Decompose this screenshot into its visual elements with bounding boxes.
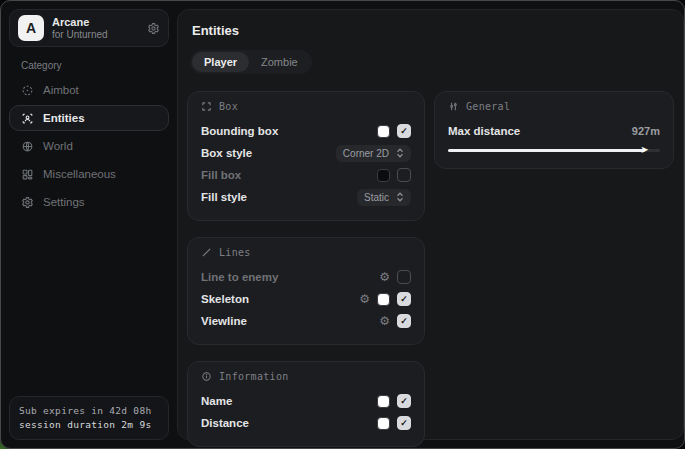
information-card: Information Name ✓ Distance ✓	[187, 361, 425, 447]
app-title: Arcane	[52, 16, 139, 29]
max-distance-row: Max distance 927m	[448, 120, 660, 142]
row-label: Box style	[201, 147, 336, 159]
diagonal-line-icon	[201, 247, 212, 258]
box-style-dropdown[interactable]: Corner 2D	[336, 145, 411, 162]
dropdown-value: Corner 2D	[343, 148, 389, 159]
color-swatch[interactable]	[377, 395, 390, 408]
tab-zombie[interactable]: Zombie	[249, 52, 310, 72]
bounding-box-row: Bounding box ✓	[201, 120, 411, 142]
sidebar: A Arcane for Unturned Category A	[1, 1, 177, 448]
skeleton-checkbox[interactable]: ✓	[397, 292, 411, 306]
color-swatch[interactable]	[377, 125, 390, 138]
card-header-label: Information	[219, 371, 289, 382]
page-title: Entities	[192, 23, 674, 38]
row-label: Fill style	[201, 191, 357, 203]
sidebar-item-label: Entities	[43, 112, 85, 124]
viewline-checkbox[interactable]: ✓	[397, 314, 411, 328]
bounding-box-icon	[201, 101, 212, 112]
sidebar-item-label: Aimbot	[43, 84, 79, 96]
main-panel: Entities Player Zombie Box	[177, 9, 684, 440]
sidebar-item-entities[interactable]: Entities	[9, 105, 169, 131]
card-header-label: Box	[219, 101, 238, 112]
crosshair-icon	[20, 84, 34, 97]
line-to-enemy-row: Line to enemy ⚙ ✓	[201, 266, 411, 288]
entity-tabs: Player Zombie	[190, 50, 312, 74]
checkmark-icon: ✓	[400, 295, 408, 304]
fill-style-row: Fill style Static	[201, 186, 411, 208]
distance-checkbox[interactable]: ✓	[397, 416, 411, 430]
card-header-label: Lines	[219, 247, 251, 258]
color-swatch[interactable]	[377, 169, 390, 182]
lines-card: Lines Line to enemy ⚙ ✓ Skeleton ⚙	[187, 237, 425, 345]
app-header-card: A Arcane for Unturned	[9, 9, 169, 47]
fill-box-row: Fill box ✓	[201, 164, 411, 186]
skeleton-row: Skeleton ⚙ ✓	[201, 288, 411, 310]
tab-player[interactable]: Player	[192, 52, 249, 72]
box-card: Box Bounding box ✓ Box style Co	[187, 91, 425, 221]
gear-icon[interactable]	[147, 22, 160, 35]
row-label: Max distance	[448, 125, 632, 137]
sidebar-item-aimbot[interactable]: Aimbot	[9, 77, 169, 103]
sidebar-nav: Aimbot Entities World	[9, 77, 169, 215]
session-duration-text: session duration 2m 9s	[19, 418, 159, 432]
sidebar-item-world[interactable]: World	[9, 133, 169, 159]
color-swatch[interactable]	[377, 293, 390, 306]
dropdown-value: Static	[364, 192, 389, 203]
app-logo: A	[18, 15, 44, 41]
card-header-label: General	[466, 101, 510, 112]
row-label: Name	[201, 395, 377, 407]
slider-arrow-thumb[interactable]: ➤	[640, 144, 648, 156]
globe-icon	[20, 140, 34, 153]
fill-box-checkbox[interactable]: ✓	[397, 168, 411, 182]
gear-icon[interactable]: ⚙	[379, 315, 390, 327]
line-to-enemy-checkbox[interactable]: ✓	[397, 270, 411, 284]
row-label: Distance	[201, 417, 377, 429]
color-swatch[interactable]	[377, 417, 390, 430]
chevron-up-down-icon	[396, 192, 404, 202]
sliders-icon	[448, 101, 459, 112]
checkmark-icon: ✓	[400, 397, 408, 406]
name-checkbox[interactable]: ✓	[397, 394, 411, 408]
category-label: Category	[21, 60, 169, 71]
viewline-row: Viewline ⚙ ✓	[201, 310, 411, 332]
app-window: A Arcane for Unturned Category A	[0, 0, 685, 449]
distance-row: Distance ✓	[201, 412, 411, 434]
sidebar-item-settings[interactable]: Settings	[9, 189, 169, 215]
sidebar-item-miscellaneous[interactable]: Miscellaneous	[9, 161, 169, 187]
sub-expiry-text: Sub expires in 42d 08h	[19, 404, 159, 418]
grid-icon	[20, 168, 34, 181]
max-distance-value: 927m	[632, 125, 660, 137]
slider-fill	[448, 149, 645, 152]
gear-icon[interactable]: ⚙	[379, 271, 390, 283]
max-distance-slider[interactable]: ➤	[448, 144, 660, 156]
chevron-up-down-icon	[396, 148, 404, 158]
entities-icon	[20, 112, 34, 125]
general-card: General Max distance 927m ➤	[434, 91, 674, 169]
gear-icon[interactable]: ⚙	[359, 293, 370, 305]
app-subtitle: for Unturned	[52, 29, 139, 41]
info-icon	[201, 371, 212, 382]
row-label: Line to enemy	[201, 271, 379, 283]
row-label: Bounding box	[201, 125, 377, 137]
subscription-status-card: Sub expires in 42d 08h session duration …	[9, 396, 169, 441]
row-label: Fill box	[201, 169, 377, 181]
fill-style-dropdown[interactable]: Static	[357, 189, 411, 206]
box-style-row: Box style Corner 2D	[201, 142, 411, 164]
name-row: Name ✓	[201, 390, 411, 412]
row-label: Skeleton	[201, 293, 359, 305]
sidebar-item-label: Settings	[43, 196, 85, 208]
checkmark-icon: ✓	[400, 419, 408, 428]
gear-icon	[20, 196, 34, 209]
checkmark-icon: ✓	[400, 127, 408, 136]
bounding-box-checkbox[interactable]: ✓	[397, 124, 411, 138]
row-label: Viewline	[201, 315, 379, 327]
checkmark-icon: ✓	[400, 317, 408, 326]
sidebar-item-label: World	[43, 140, 73, 152]
sidebar-item-label: Miscellaneous	[43, 168, 116, 180]
